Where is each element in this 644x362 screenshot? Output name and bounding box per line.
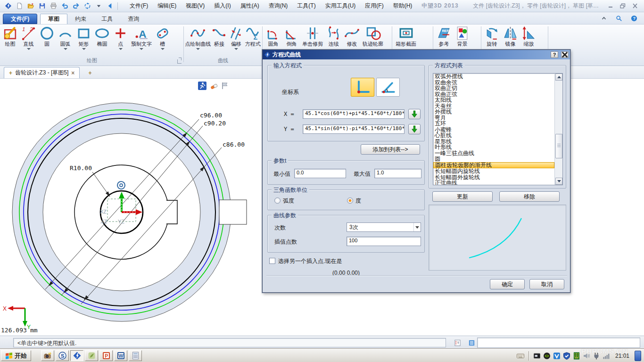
dim-label-c90[interactable]: c90.20 — [204, 120, 226, 127]
ribbon-button[interactable]: 点 — [111, 25, 130, 51]
scroll-down-icon[interactable] — [555, 178, 562, 185]
ribbon-button[interactable]: 绘图 — [1, 25, 19, 49]
menu-item[interactable]: 插入(I) — [209, 1, 235, 11]
equation-listbox[interactable]: 双弧外摆线双曲余弦双曲正切双曲正弦太阳线天蚕丝外摆线弯月五环小蜜蜂心脏线星形线叶… — [433, 73, 563, 185]
undo-icon[interactable] — [59, 1, 70, 11]
v-tool-icon[interactable] — [553, 352, 561, 360]
ribbon-button[interactable]: 连续 — [324, 25, 343, 49]
polar-coord-button[interactable] — [376, 78, 400, 97]
list-panel-button[interactable] — [466, 338, 477, 347]
doc-new-icon[interactable] — [14, 1, 25, 11]
ribbon-button[interactable]: 单击修剪 — [301, 25, 324, 49]
equation-list-item[interactable]: 双曲正弦 — [433, 91, 554, 98]
redo-icon[interactable] — [71, 1, 81, 11]
update-button[interactable]: 更新 — [432, 191, 493, 202]
equation-list-item[interactable]: 叶形线 — [433, 144, 554, 150]
close-icon[interactable] — [631, 3, 639, 9]
ribbon-button[interactable]: 偏移 — [228, 25, 245, 51]
dim-label-r10[interactable]: R10.00 — [70, 165, 92, 172]
add-to-list-button[interactable]: 添加到列表--> — [361, 144, 420, 155]
ribbon-button[interactable]: 箱形截面 — [394, 25, 418, 49]
ribbon-button[interactable]: 12直线 — [19, 25, 38, 51]
dropdown-small-icon[interactable] — [93, 1, 104, 11]
rim-keyway-notch[interactable] — [219, 200, 247, 224]
ribbon-button[interactable]: 圆弧 — [56, 25, 74, 51]
view-gizmo-icon[interactable] — [82, 1, 92, 11]
equation-list-item[interactable]: 一峰三驻点曲线 — [433, 150, 554, 156]
equation-list-item[interactable]: 双曲余弦 — [433, 80, 554, 86]
equation-list-item[interactable]: 长短幅圆内旋轮线 — [433, 168, 554, 174]
collapse-left-icon[interactable] — [105, 1, 115, 11]
dim-label-c96[interactable]: c96.00 — [200, 112, 222, 119]
equation-list-item[interactable]: 正弦曲线 — [433, 180, 554, 185]
equation-list-item[interactable]: 弯月 — [433, 115, 554, 121]
ribbon-tab[interactable]: 工具 — [94, 14, 120, 24]
equation-list-item[interactable]: 长短幅圆外旋轮线 — [433, 174, 554, 181]
equation-list-item[interactable]: 圆 — [433, 156, 554, 162]
eraser-icon[interactable] — [209, 82, 219, 91]
degree-radio[interactable]: 度 — [347, 197, 361, 205]
ribbon-button[interactable]: 倒角 — [282, 25, 301, 49]
ribbon-tab[interactable]: 约束 — [67, 14, 94, 24]
menu-item[interactable]: 工具(T) — [292, 1, 320, 11]
menu-item[interactable]: 查询(N) — [264, 1, 293, 11]
keyboard-icon[interactable] — [517, 352, 524, 360]
equation-list-item[interactable]: 天蚕丝 — [433, 103, 554, 109]
new-tab-button[interactable]: + — [84, 68, 95, 78]
quick-launch-button[interactable]: W — [114, 350, 127, 361]
ribbon-button[interactable]: 槽 — [153, 25, 172, 51]
quick-launch-button[interactable]: P — [99, 350, 113, 361]
ribbon-button[interactable]: Σ方程式 — [244, 25, 261, 49]
cancel-button[interactable]: 取消 — [529, 279, 564, 289]
menu-item[interactable]: 帮助(H) — [388, 1, 417, 11]
exit-sketch-icon[interactable] — [198, 82, 207, 91]
flag-icon[interactable] — [221, 82, 230, 91]
equation-list-item[interactable]: 双弧外摆线 — [433, 74, 554, 80]
restore-button[interactable] — [619, 3, 627, 9]
save-icon[interactable] — [37, 1, 47, 11]
ok-button[interactable]: 确定 — [490, 279, 525, 289]
help-icon[interactable]: ? — [629, 14, 639, 23]
ribbon-button[interactable]: 矩形 — [74, 25, 93, 51]
ribbon-button[interactable]: 缩放 — [520, 25, 538, 49]
power-plug-icon[interactable] — [593, 352, 600, 360]
quick-launch-button[interactable]: S — [56, 350, 69, 361]
equation-list-item[interactable]: 双曲正切 — [433, 85, 554, 91]
equation-list-item[interactable]: 小蜜蜂 — [433, 127, 554, 133]
dialog-close-icon[interactable] — [561, 51, 569, 58]
ribbon-button[interactable]: 桥接 — [211, 25, 228, 49]
nvidia-icon[interactable] — [543, 352, 551, 360]
remove-button[interactable]: 移除 — [499, 191, 560, 202]
cartesian-coord-button[interactable] — [351, 78, 374, 97]
ribbon-button[interactable]: REF参考 — [435, 25, 453, 49]
chevron-up-icon[interactable] — [599, 14, 609, 23]
magnifier-icon[interactable] — [614, 14, 624, 23]
insert-point-checkbox[interactable]: 选择另一个插入点.现在是 — [269, 257, 342, 265]
start-button[interactable]: 开始 — [1, 350, 31, 361]
ribbon-button[interactable]: 椭圆 — [93, 25, 111, 49]
x-apply-button[interactable] — [408, 109, 421, 119]
battery-box-icon[interactable] — [533, 352, 541, 360]
tab-close-icon[interactable]: × — [71, 70, 74, 76]
points-input[interactable]: 100 — [347, 237, 421, 246]
equation-list-item[interactable]: 外摆线 — [433, 109, 554, 115]
x-equation-input[interactable]: 45.1*cos(60*t)+pi*45.1*60*t/180*sin(60 — [303, 109, 405, 119]
equation-list-item[interactable]: 太阳线 — [433, 97, 554, 103]
volume-icon[interactable] — [583, 352, 590, 360]
menu-item[interactable]: 应用(F) — [360, 1, 388, 11]
dialog-launcher-icon[interactable] — [177, 59, 182, 64]
list-scrollbar[interactable] — [554, 74, 562, 185]
equation-list-item[interactable]: 星形线 — [433, 139, 554, 145]
dialog-title-bar[interactable]: 方程式曲线 ? — [263, 50, 570, 59]
app-logo-icon[interactable] — [3, 1, 13, 11]
y-apply-button[interactable] — [408, 124, 421, 134]
menu-item[interactable]: 文件(F) — [125, 1, 153, 11]
ribbon-button[interactable]: 背景 — [453, 25, 471, 49]
folder-open-icon[interactable] — [25, 1, 36, 11]
ribbon-button[interactable]: 点绘制曲线 — [185, 25, 211, 51]
taskbar-clock[interactable]: 21:01 — [615, 353, 629, 359]
min-value-input[interactable]: 0.0 — [294, 169, 346, 178]
ribbon-tab[interactable]: 查询 — [120, 14, 147, 24]
y-equation-input[interactable]: 45.1*sin(60*t)-pi*45.1*60*t/180*cos(60 — [303, 124, 405, 134]
quick-launch-button[interactable] — [129, 350, 142, 361]
